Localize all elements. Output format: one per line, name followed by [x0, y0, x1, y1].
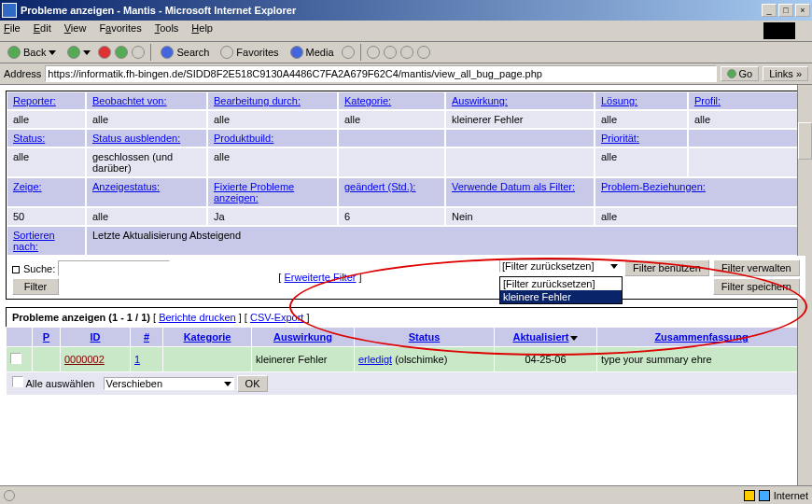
filter-anzeigestatus-value: alle — [86, 207, 207, 226]
internet-icon — [759, 490, 770, 501]
col-id[interactable]: ID — [61, 328, 131, 347]
filter-geaendert-label[interactable]: geändert (Std.): — [338, 177, 445, 207]
filter-empty — [338, 147, 445, 177]
filter-ausblenden-label[interactable]: Status ausblenden: — [86, 129, 207, 147]
col-p[interactable]: P — [33, 328, 61, 347]
menu-tools[interactable]: Tools — [155, 22, 179, 39]
filter-produktbuild-label[interactable]: Produktbuild: — [207, 129, 338, 147]
go-icon — [727, 69, 736, 78]
filter-empty — [445, 129, 595, 147]
row-auswirkung: kleinerer Fehler — [252, 347, 355, 372]
csv-export-link[interactable]: CSV-Export — [250, 312, 303, 323]
forward-button[interactable] — [63, 44, 94, 61]
list-header: Probleme anzeigen (1 - 1 / 1) [ Berichte… — [6, 307, 806, 327]
col-zusammenfassung[interactable]: Zusammenfassung — [597, 328, 806, 347]
row-num[interactable]: 1 — [131, 347, 163, 372]
sort-desc-icon — [570, 336, 578, 341]
berichte-link[interactable]: Berichte drucken — [159, 312, 236, 323]
filter-speichern-button[interactable]: Filter speichern — [713, 278, 800, 295]
discuss-icon[interactable] — [417, 46, 430, 59]
print-icon[interactable] — [384, 46, 397, 59]
erweiterte-filter-link[interactable]: Erweiterte Filter — [284, 272, 356, 283]
collapse-icon[interactable] — [12, 266, 20, 273]
filter-kategorie-value: alle — [338, 110, 445, 129]
filter-datumfilter-label[interactable]: Verwende Datum als Filter: — [445, 177, 595, 207]
col-aktualisiert[interactable]: Aktualisiert — [495, 328, 597, 347]
media-button[interactable]: Media — [287, 44, 338, 61]
mail-icon[interactable] — [367, 46, 380, 59]
content-area: Reporter: Beobachtet von: Bearbeitung du… — [0, 85, 812, 504]
search-button[interactable]: Search — [157, 44, 213, 61]
filter-benutzen-button[interactable]: Filter benutzen — [624, 259, 709, 276]
edit-icon[interactable] — [400, 46, 413, 59]
search-input[interactable] — [58, 260, 170, 276]
menu-file[interactable]: File — [4, 22, 21, 39]
menu-edit[interactable]: Edit — [34, 22, 51, 39]
col-kategorie[interactable]: Kategorie — [163, 328, 252, 347]
filter-auswirkung-label[interactable]: Auswirkung: — [445, 91, 595, 110]
filter-prioritaet-label[interactable]: Priorität: — [595, 129, 688, 147]
minimize-button[interactable]: _ — [762, 4, 777, 17]
filter-prioritaet-value: alle — [595, 147, 688, 177]
search-icon — [161, 46, 174, 59]
filter-kategorie-label[interactable]: Kategorie: — [338, 91, 445, 110]
col-auswirkung[interactable]: Auswirkung — [252, 328, 355, 347]
filter-ausblenden-value: geschlossen (und darüber) — [86, 147, 207, 177]
filter-zeige-label[interactable]: Zeige: — [7, 177, 86, 207]
row-kategorie — [163, 347, 252, 372]
filter-anzeigestatus-label[interactable]: Anzeigestatus: — [86, 177, 207, 207]
close-button[interactable]: × — [795, 4, 810, 17]
dropdown-option-reset[interactable]: [Filter zurücksetzen] — [500, 277, 622, 290]
row-id[interactable]: 0000002 — [61, 347, 131, 372]
select-all-checkbox[interactable] — [12, 376, 23, 387]
menu-view[interactable]: View — [64, 22, 87, 39]
chevron-down-icon — [49, 50, 56, 55]
refresh-icon[interactable] — [115, 46, 128, 59]
menu-help[interactable]: Help — [191, 22, 213, 39]
address-bar: Address Go Links » — [0, 63, 812, 85]
dropdown-option-kleinere[interactable]: kleinere Fehler — [500, 290, 622, 303]
filter-panel: Reporter: Beobachtet von: Bearbeitung du… — [6, 91, 806, 300]
filter-empty — [688, 147, 805, 177]
filter-bearbeitung-value: alle — [207, 110, 338, 129]
ie-logo-icon — [763, 22, 795, 39]
filter-beziehung-value: alle — [595, 207, 805, 226]
filter-status-label[interactable]: Status: — [7, 129, 86, 147]
filter-loesung-label[interactable]: Lösung: — [595, 91, 688, 110]
links-button[interactable]: Links » — [763, 66, 808, 81]
row-zusammenfassung: type your summary ehre — [597, 347, 806, 372]
row-checkbox[interactable] — [10, 353, 21, 364]
filter-button[interactable]: Filter — [12, 278, 59, 295]
chevron-down-icon — [224, 382, 231, 386]
home-icon[interactable] — [132, 46, 145, 59]
filter-beziehung-label[interactable]: Problem-Beziehungen: — [595, 177, 805, 207]
ie-icon — [4, 490, 15, 501]
chevron-down-icon — [83, 50, 91, 55]
back-button[interactable]: Back — [4, 44, 60, 61]
filter-verwalten-button[interactable]: Filter verwalten — [713, 259, 800, 276]
separator — [360, 44, 361, 61]
action-select[interactable]: Verschieben — [104, 377, 234, 390]
address-input[interactable] — [45, 65, 716, 82]
col-status[interactable]: Status — [355, 328, 495, 347]
filter-geaendert-value: 6 — [338, 207, 445, 226]
filter-preset-dropdown: [Filter zurücksetzen] kleinere Fehler — [499, 276, 623, 304]
go-button[interactable]: Go — [721, 66, 760, 81]
stop-icon[interactable] — [98, 46, 111, 59]
maximize-button[interactable]: □ — [778, 4, 793, 17]
filter-bearbeitung-label[interactable]: Bearbeitung durch: — [207, 91, 338, 110]
filter-profil-label[interactable]: Profil: — [688, 91, 805, 110]
ok-button[interactable]: OK — [237, 375, 269, 392]
filter-sortieren-label[interactable]: Sortieren nach: — [7, 226, 86, 256]
favorites-button[interactable]: Favorites — [217, 44, 282, 61]
filter-preset-select[interactable]: [Filter zurücksetzen] — [499, 259, 621, 273]
filter-loesung-value: alle — [595, 110, 688, 129]
history-icon[interactable] — [342, 46, 355, 59]
filter-reporter-label[interactable]: Reporter: — [7, 91, 86, 110]
menu-favorites[interactable]: Favorites — [99, 22, 141, 39]
col-num[interactable]: # — [131, 328, 163, 347]
search-row: Suche: Filter [ Erweiterte Filter ] [Fil… — [7, 256, 805, 299]
filter-zeige-value: 50 — [7, 207, 86, 226]
filter-fixierte-label[interactable]: Fixierte Probleme anzeigen: — [207, 177, 338, 207]
filter-beobachtet-label[interactable]: Beobachtet von: — [86, 91, 207, 110]
